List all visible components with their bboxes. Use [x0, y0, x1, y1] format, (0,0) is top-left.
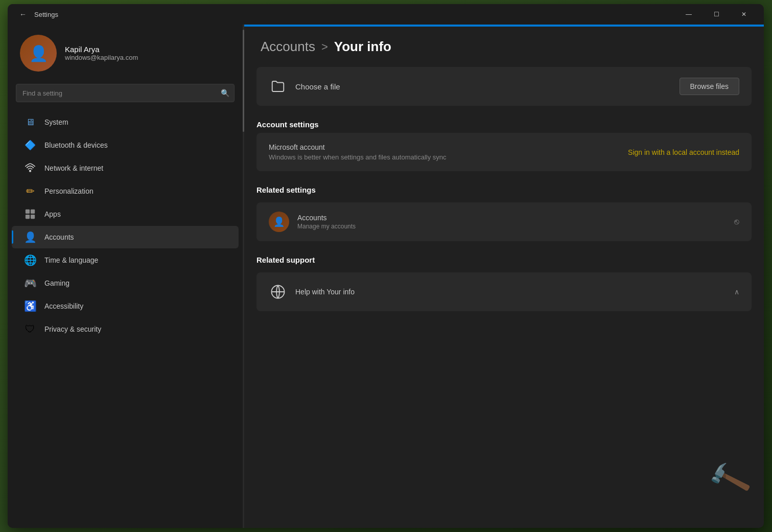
title-bar: ← Settings — ☐ ✕: [8, 4, 764, 25]
sidebar-item-label: Privacy & security: [44, 325, 101, 333]
sidebar-item-apps[interactable]: Apps: [12, 203, 239, 225]
sign-in-local-link[interactable]: Sign in with a local account instead: [628, 148, 739, 156]
related-account-subtitle: Manage my accounts: [297, 223, 356, 230]
network-icon: [24, 162, 36, 174]
svg-point-0: [30, 170, 31, 172]
sidebar-scrollbar: [243, 25, 244, 528]
related-account-info: Accounts Manage my accounts: [297, 214, 356, 230]
svg-rect-1: [26, 210, 30, 214]
breadcrumb-parent[interactable]: Accounts: [261, 39, 315, 55]
sidebar-item-accounts[interactable]: 👤 Accounts: [12, 226, 239, 248]
related-account-title: Accounts: [297, 214, 356, 222]
sidebar-item-label: Accounts: [44, 233, 74, 241]
help-row[interactable]: Help with Your info ∧: [256, 272, 752, 311]
sidebar-item-privacy[interactable]: 🛡 Privacy & security: [12, 318, 239, 340]
svg-rect-3: [26, 215, 30, 219]
time-icon: 🌐: [24, 254, 36, 266]
sidebar-item-label: System: [44, 118, 68, 126]
nav-list: 🖥 System 🔷 Bluetooth & devices: [8, 110, 243, 341]
user-name: Kapil Arya: [65, 45, 138, 54]
avatar-image: 👤: [29, 44, 48, 62]
sidebar-item-label: Accessibility: [44, 302, 83, 310]
search-input[interactable]: [16, 84, 235, 102]
sidebar-item-label: Personalization: [44, 187, 93, 195]
ms-account-info: Microsoft account Windows is better when…: [269, 143, 447, 161]
microsoft-account-card: Microsoft account Windows is better when…: [256, 133, 752, 171]
choose-file-left: Choose a file: [269, 77, 340, 96]
user-profile[interactable]: 👤 Kapil Arya windows@kapilarya.com: [8, 25, 243, 84]
breadcrumb-separator: >: [321, 40, 328, 54]
gaming-icon: 🎮: [24, 277, 36, 289]
scroll-thumb: [243, 30, 244, 132]
choose-file-label: Choose a file: [295, 82, 340, 91]
sidebar-item-gaming[interactable]: 🎮 Gaming: [12, 272, 239, 294]
sidebar-item-label: Bluetooth & devices: [44, 141, 108, 149]
close-button[interactable]: ✕: [732, 6, 756, 22]
sidebar-item-network[interactable]: Network & internet: [12, 157, 239, 179]
chevron-up-icon: ∧: [734, 288, 739, 296]
privacy-icon: 🛡: [24, 323, 36, 335]
related-support-heading: Related support: [244, 245, 764, 268]
related-accounts-card: 👤 Accounts Manage my accounts ⎋: [256, 202, 752, 241]
sidebar-item-system[interactable]: 🖥 System: [12, 111, 239, 133]
breadcrumb: Accounts > Your info: [244, 27, 764, 63]
hammer-watermark: 🔨: [705, 455, 754, 502]
sidebar-item-label: Gaming: [44, 279, 69, 287]
personalization-icon: ✏: [24, 185, 36, 197]
help-card: Help with Your info ∧: [256, 272, 752, 311]
system-icon: 🖥: [24, 116, 36, 128]
related-accounts-left: 👤 Accounts Manage my accounts: [269, 212, 356, 232]
sidebar-item-label: Network & internet: [44, 164, 103, 172]
account-small-avatar: 👤: [269, 212, 289, 232]
sidebar-item-label: Time & language: [44, 256, 98, 264]
sidebar-item-time[interactable]: 🌐 Time & language: [12, 249, 239, 271]
globe-icon: [269, 283, 287, 301]
sidebar-item-bluetooth[interactable]: 🔷 Bluetooth & devices: [12, 134, 239, 156]
svg-rect-4: [31, 215, 35, 219]
window-title: Settings: [34, 11, 58, 18]
folder-icon: [269, 77, 287, 96]
search-icon: 🔍: [221, 89, 229, 97]
back-button[interactable]: ←: [16, 7, 30, 21]
avatar: 👤: [20, 35, 57, 72]
help-label: Help with Your info: [295, 288, 355, 296]
help-left: Help with Your info: [269, 283, 355, 301]
title-bar-controls: — ☐ ✕: [677, 6, 756, 22]
choose-file-card: Choose a file Browse files: [256, 67, 752, 106]
ms-account-description: Windows is better when settings and file…: [269, 153, 447, 161]
user-info: Kapil Arya windows@kapilarya.com: [65, 45, 138, 61]
breadcrumb-current: Your info: [334, 39, 391, 55]
account-avatar-icon: 👤: [273, 216, 285, 227]
choose-file-row: Choose a file Browse files: [256, 67, 752, 106]
apps-icon: [24, 208, 36, 220]
sidebar: 👤 Kapil Arya windows@kapilarya.com 🔍 🖥 S…: [8, 25, 243, 528]
main-panel: Accounts > Your info Choose a file B: [244, 25, 764, 528]
account-settings-heading: Account settings: [244, 110, 764, 133]
external-link-icon: ⎋: [734, 217, 739, 226]
accessibility-icon: ♿: [24, 300, 36, 312]
bluetooth-icon: 🔷: [24, 139, 36, 151]
sidebar-item-label: Apps: [44, 210, 61, 218]
ms-account-title: Microsoft account: [269, 143, 447, 151]
related-settings-heading: Related settings: [244, 175, 764, 198]
svg-rect-2: [31, 210, 35, 214]
maximize-button[interactable]: ☐: [705, 6, 728, 22]
browse-files-button[interactable]: Browse files: [680, 78, 739, 95]
user-email: windows@kapilarya.com: [65, 54, 138, 61]
accounts-icon: 👤: [24, 231, 36, 243]
settings-window: ← Settings — ☐ ✕ 👤 Kapil Arya windows@ka…: [8, 4, 764, 528]
related-accounts-row[interactable]: 👤 Accounts Manage my accounts ⎋: [256, 202, 752, 241]
content-area: 👤 Kapil Arya windows@kapilarya.com 🔍 🖥 S…: [8, 25, 764, 528]
minimize-button[interactable]: —: [677, 6, 700, 22]
sidebar-item-accessibility[interactable]: ♿ Accessibility: [12, 295, 239, 317]
search-box: 🔍: [16, 84, 235, 102]
sidebar-item-personalization[interactable]: ✏ Personalization: [12, 180, 239, 202]
back-icon: ←: [19, 10, 27, 18]
